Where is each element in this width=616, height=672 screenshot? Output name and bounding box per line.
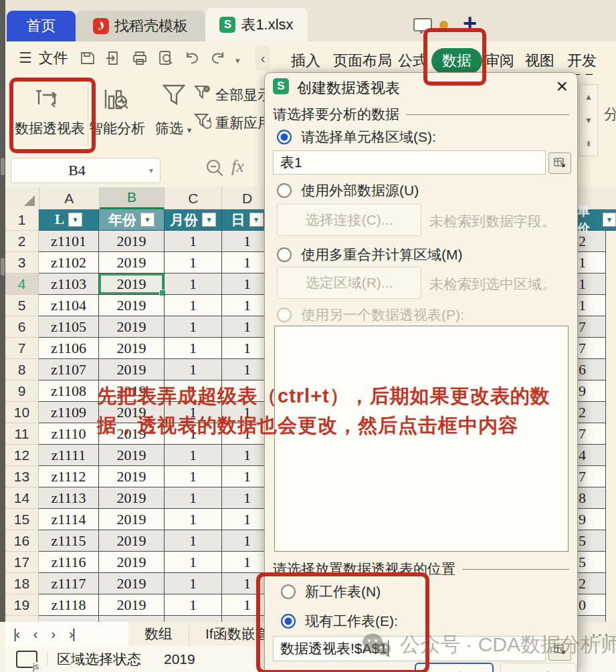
grid-cell[interactable]: 2019: [99, 509, 165, 530]
grid-cell[interactable]: 2019: [99, 231, 165, 252]
filter-button[interactable]: ▾: [68, 213, 82, 227]
grid-cell[interactable]: z1115: [39, 530, 99, 552]
menu-item-6[interactable]: 视图: [520, 48, 560, 74]
range-picker-button[interactable]: [548, 152, 571, 174]
reapply-button[interactable]: 重新应用: [215, 114, 272, 132]
grid-cell[interactable]: 2019: [99, 466, 165, 487]
grid-cell[interactable]: z1114: [39, 509, 99, 530]
grid-cell-partial[interactable]: 8: [577, 487, 606, 509]
grid-cell[interactable]: 1: [165, 552, 222, 573]
grid-cell-partial[interactable]: 7: [577, 338, 606, 359]
grid-cell-partial[interactable]: 7: [577, 423, 606, 445]
menu-item-2[interactable]: 页面布局: [328, 48, 397, 74]
column-letter-C[interactable]: C: [165, 187, 222, 209]
column-letter-A[interactable]: A: [39, 187, 100, 209]
radio-cell-range[interactable]: 请选择单元格区域(S):: [277, 128, 436, 146]
grid-cell[interactable]: z1106: [39, 338, 99, 359]
tab-home[interactable]: 首页: [7, 11, 76, 41]
grid-cell-partial[interactable]: 5: [577, 530, 606, 552]
grid-cell[interactable]: z1113: [39, 487, 99, 509]
grid-cell[interactable]: 1: [165, 594, 222, 616]
header-cell-c[interactable]: 月份▾: [165, 209, 222, 231]
grid-cell[interactable]: 2019: [99, 338, 165, 359]
radio-icon[interactable]: [277, 183, 292, 198]
quick-access-dropdown-icon[interactable]: ▾: [235, 55, 240, 66]
grid-cell-partial[interactable]: 1: [577, 252, 606, 273]
choose-connection-button[interactable]: 选择连接(C)...: [277, 204, 421, 236]
tab-document[interactable]: S 表1.xlsx: [205, 8, 308, 41]
grid-cell[interactable]: 1: [165, 573, 222, 594]
grid-cell[interactable]: 1: [165, 487, 222, 509]
fx-icon[interactable]: fx: [231, 156, 244, 177]
row-number[interactable]: 15: [5, 509, 39, 530]
grid-cell-partial[interactable]: 6: [577, 359, 606, 380]
row-number[interactable]: 20: [5, 616, 39, 622]
row-number[interactable]: 18: [5, 573, 39, 594]
column-letter-B[interactable]: B: [100, 187, 165, 209]
grid-cell[interactable]: 1: [165, 445, 222, 466]
header-cell-a[interactable]: L▾: [39, 209, 99, 231]
print-icon[interactable]: [131, 49, 148, 67]
row-number[interactable]: 2: [5, 231, 39, 252]
filter-button[interactable]: 筛选 ▾: [155, 119, 191, 138]
filter-button[interactable]: ▾: [249, 213, 264, 227]
grid-cell-partial[interactable]: 5: [577, 552, 606, 573]
header-cell-b[interactable]: 年份▾: [99, 209, 165, 231]
zoom-out-icon[interactable]: [205, 158, 226, 179]
close-icon[interactable]: ×: [556, 74, 568, 98]
grid-cell[interactable]: z1117: [39, 573, 99, 594]
filter-button[interactable]: ▾: [603, 213, 616, 227]
name-box[interactable]: B4 ▾: [11, 158, 161, 183]
next-sheet-icon[interactable]: ›: [52, 627, 55, 642]
ribbon-scroll-spinner[interactable]: ▲▼⇟: [579, 84, 598, 156]
grid-cell-partial[interactable]: 9: [577, 380, 606, 402]
row-number[interactable]: 19: [5, 594, 39, 616]
grid-cell[interactable]: 1: [165, 231, 222, 252]
row-number[interactable]: 3: [5, 252, 39, 273]
row-number[interactable]: 16: [5, 530, 39, 552]
row-number[interactable]: 9: [5, 380, 39, 402]
grid-cell[interactable]: 2019: [99, 552, 165, 573]
price-column-header[interactable]: 单价 ▾: [577, 209, 616, 231]
row-number[interactable]: 6: [5, 316, 39, 338]
sheet-tab-1[interactable]: 数组: [128, 622, 189, 646]
grid-cell[interactable]: z1108: [39, 380, 99, 402]
grid-cell[interactable]: 2019: [99, 252, 165, 273]
row-number[interactable]: 17: [5, 552, 39, 573]
grid-cell[interactable]: 1: [165, 466, 222, 487]
file-menu-button[interactable]: ☰ 文件: [19, 48, 68, 68]
grid-cell[interactable]: 1: [165, 616, 222, 622]
grid-cell[interactable]: z1102: [39, 252, 99, 273]
grid-cell[interactable]: 1: [165, 359, 222, 380]
grid-cell[interactable]: 2019: [99, 573, 165, 594]
show-all-button[interactable]: 全部显示: [215, 86, 272, 104]
radio-multiple-ranges[interactable]: 使用多重合并计算区域(M): [277, 245, 462, 264]
menu-item-1[interactable]: 插入: [286, 48, 326, 74]
grid-cell-partial[interactable]: 9: [577, 509, 606, 530]
first-sheet-icon[interactable]: |‹: [13, 627, 19, 642]
grid-cell-partial[interactable]: 2: [577, 402, 606, 423]
filter-button[interactable]: ▾: [140, 213, 155, 227]
radio-icon[interactable]: [277, 247, 292, 262]
grid-cell[interactable]: z1119: [39, 616, 99, 622]
export-icon[interactable]: [105, 49, 122, 67]
row-number[interactable]: 12: [5, 445, 39, 466]
name-box-dropdown-icon[interactable]: ▾: [142, 166, 160, 175]
grid-cell[interactable]: 2019: [99, 445, 165, 466]
grid-cell[interactable]: z1116: [39, 552, 99, 573]
prev-sheet-icon[interactable]: ‹: [33, 627, 37, 642]
grid-cell[interactable]: 1: [165, 338, 222, 359]
radio-another-pivot[interactable]: 使用另一个数据透视表(P):: [277, 306, 464, 324]
grid-cell[interactable]: 2019: [99, 530, 165, 552]
undo-icon[interactable]: [183, 49, 201, 67]
radio-external-source[interactable]: 使用外部数据源(U): [277, 181, 419, 200]
grid-cell[interactable]: z1107: [39, 359, 99, 380]
grid-cell[interactable]: 2019: [99, 594, 165, 616]
cancel-button[interactable]: 取消: [500, 663, 577, 672]
smart-analysis-button[interactable]: 智能分析: [89, 119, 145, 138]
select-range-button[interactable]: 选定区域(R)...: [277, 267, 421, 299]
grid-cell[interactable]: z1111: [39, 445, 99, 466]
row-number[interactable]: 8: [5, 359, 39, 380]
grid-cell[interactable]: 1: [165, 252, 222, 273]
filter-button[interactable]: ▾: [202, 213, 216, 227]
